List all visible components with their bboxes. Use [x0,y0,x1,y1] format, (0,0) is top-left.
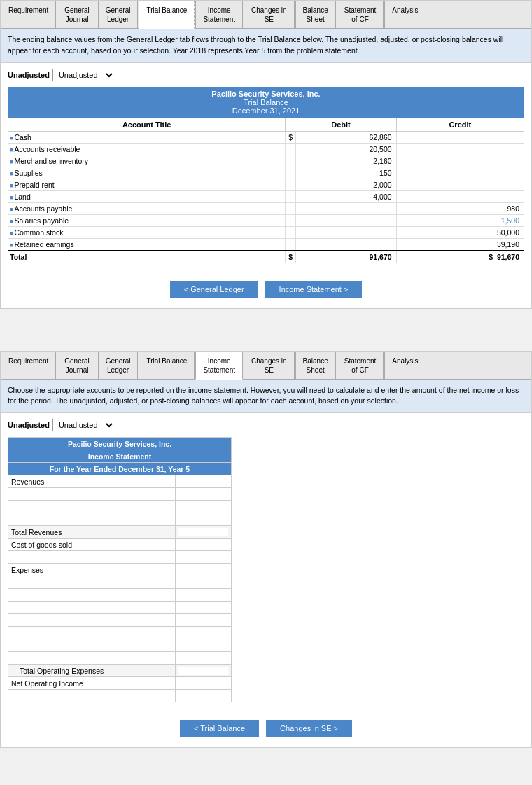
tab-changes-se-2[interactable]: Changes inSE [244,352,295,379]
tab-bar-2: Requirement GeneralJournal GeneralLedger… [1,352,531,380]
prev-button-1[interactable]: < General Ledger [170,281,258,298]
revenue-row-1 [8,488,232,501]
total-expenses-row: Total Operating Expenses [8,665,232,677]
cogs-input[interactable] [11,553,117,562]
tab-balance-sheet-2[interactable]: BalanceSheet [295,352,336,379]
prev-button-2[interactable]: < Trial Balance [180,720,259,737]
col-header-credit: Credit [396,118,524,131]
tab-statement-cf-2[interactable]: Statementof CF [337,352,384,379]
total-row: Total $ 91,670 $ 91,670 [8,251,524,263]
expense-input-4[interactable] [11,616,117,625]
income-header-company: Pacilio Security Services, Inc. [8,438,232,450]
revenue-amount-1[interactable] [123,490,173,499]
total-revenues-input[interactable] [178,528,228,536]
revenue-input-1[interactable] [11,490,117,499]
income-title: Income Statement [8,450,232,463]
net-income-row: Net Operating Income [8,677,232,690]
tab-trial-balance-1[interactable]: Trial Balance [139,1,195,29]
cogs-amount[interactable] [123,553,173,562]
total-revenues-label: Total Revenues [8,526,120,539]
expense-input-6[interactable] [11,641,117,650]
net-income-total[interactable] [178,692,228,700]
info-box-2: Choose the appropriate accounts to be re… [1,380,531,414]
table-row: ■Common stock 50,000 [8,226,524,238]
company-name-1: Pacilio Security Services, Inc. [10,90,522,98]
expense-row-1 [8,576,232,589]
expense-row-2 [8,589,232,602]
dropdown-row-1: Unadjusted Unadjusted Adjusted Post-clos… [1,63,531,87]
expense-row-3 [8,602,232,614]
expense-amount-7[interactable] [123,654,173,662]
expense-input-5[interactable] [11,629,117,637]
balance-type-select-2[interactable]: Unadjusted Adjusted Post-closing [52,419,115,431]
cogs-label: Cost of goods sold [8,539,120,551]
table-row: ■Retained earnings 39,190 [8,238,524,251]
tab-trial-balance-2[interactable]: Trial Balance [139,352,195,379]
expense-amount-3[interactable] [123,604,173,612]
expense-amount-6[interactable] [123,641,173,650]
net-income-input[interactable] [178,679,228,688]
tab-general-ledger-1[interactable]: GeneralLedger [98,1,139,28]
total-revenues-row: Total Revenues [8,526,232,539]
expense-amount-5[interactable] [123,629,173,637]
tab-changes-se-1[interactable]: Changes inSE [244,1,295,28]
next-button-1[interactable]: Income Statement > [265,281,363,298]
table-row: ■Salaries payable 1,500 [8,214,524,226]
income-header-date: For the Year Ended December 31, Year 5 [8,463,232,475]
revenue-row-2 [8,501,232,513]
dropdown-row-2: Unadjusted Unadjusted Adjusted Post-clos… [1,413,531,437]
table-row: ■Accounts payable 980 [8,202,524,214]
tab-statement-cf-1[interactable]: Statementof CF [337,1,384,28]
expense-input-7[interactable] [11,654,117,662]
expense-input-2[interactable] [11,591,117,599]
revenues-label-row: Revenues [8,475,232,488]
income-date: For the Year Ended December 31, Year 5 [8,463,232,475]
revenue-input-2[interactable] [11,503,117,511]
total-expenses-label: Total Operating Expenses [8,665,120,677]
expense-row-4 [8,614,232,627]
tab-income-statement-1[interactable]: IncomeStatement [195,1,243,28]
col-header-debit: Debit [286,118,396,131]
revenue-input-3[interactable] [11,515,117,524]
tab-analysis-1[interactable]: Analysis [384,1,426,28]
net-income-label: Net Operating Income [8,677,120,690]
tab-requirement-2[interactable]: Requirement [1,352,56,379]
revenues-total-col [176,475,232,488]
table-row: ■Accounts receivable 20,500 [8,143,524,155]
expense-amount-2[interactable] [123,591,173,599]
tab-general-journal-2[interactable]: GeneralJournal [57,352,97,379]
income-company-name: Pacilio Security Services, Inc. [8,438,232,450]
tab-general-ledger-2[interactable]: GeneralLedger [98,352,139,379]
income-header-title: Income Statement [8,450,232,463]
total-expenses-input[interactable] [178,667,228,675]
trial-balance-table: Account Title Debit Credit ■Cash $ 62,86… [8,118,524,263]
income-statement-report: Pacilio Security Services, Inc. Income S… [1,437,531,709]
expenses-label: Expenses [8,564,120,576]
revenue-amount-2[interactable] [123,503,173,511]
tab-income-statement-2[interactable]: IncomeStatement [195,352,243,380]
dropdown-label-2: Unadjusted [8,421,50,429]
table-row: ■Supplies 150 [8,167,524,179]
tab-bar-1: Requirement GeneralJournal GeneralLedger… [1,1,531,29]
tab-balance-sheet-1[interactable]: BalanceSheet [295,1,336,28]
expense-row-7 [8,652,232,665]
next-button-2[interactable]: Changes in SE > [266,720,352,737]
nav-buttons-2: < Trial Balance Changes in SE > [1,709,531,747]
table-row: ■Prepaid rent 2,000 [8,179,524,190]
tab-requirement-1[interactable]: Requirement [1,1,56,28]
table-row: ■Cash $ 62,860 [8,131,524,143]
report-date-1: December 31, 2021 [10,106,522,115]
balance-type-select-1[interactable]: Unadjusted Adjusted Post-closing [52,69,115,81]
expenses-label-row: Expenses [8,564,232,576]
tab-analysis-2[interactable]: Analysis [384,352,426,379]
dropdown-label-1: Unadjusted [8,71,50,79]
info-box-1: The ending balance values from the Gener… [1,29,531,63]
table-row: ■Land 4,000 [8,190,524,202]
expense-input-3[interactable] [11,604,117,612]
expense-amount-4[interactable] [123,616,173,625]
tab-general-journal-1[interactable]: GeneralJournal [57,1,97,28]
expense-amount-1[interactable] [123,578,173,587]
net-income-blank[interactable] [11,692,117,700]
expense-input-1[interactable] [11,578,117,587]
expense-row-5 [8,627,232,639]
